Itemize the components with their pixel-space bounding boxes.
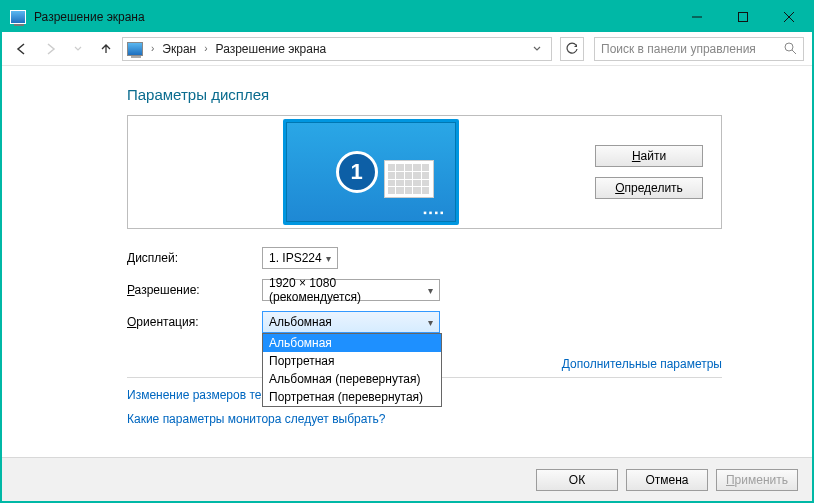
find-button[interactable]: Найти [595,145,703,167]
apply-button[interactable]: Применить [716,469,798,491]
monitor-thumbnail[interactable]: 1 ▪▪▪▪ [283,119,459,225]
maximize-button[interactable] [720,2,766,32]
refresh-icon [566,42,579,55]
chevron-down-icon: ▾ [326,253,331,264]
page-title: Параметры дисплея [127,86,722,103]
orientation-option-portrait[interactable]: Портретная [263,352,441,370]
orientation-label: Ориентация: [127,315,262,329]
app-icon [10,10,26,24]
orientation-option-landscape-flipped[interactable]: Альбомная (перевернутая) [263,370,441,388]
monitor-icon [127,42,143,56]
up-button[interactable] [94,37,118,61]
resolution-row: Разрешение: 1920 × 1080 (рекомендуется) … [127,279,722,301]
maximize-icon [738,12,748,22]
back-button[interactable] [10,37,34,61]
orientation-value: Альбомная [269,315,332,329]
breadcrumb-item-screen[interactable]: Экран [158,42,200,56]
orientation-combo[interactable]: Альбомная ▾ Альбомная Портретная Альбомн… [262,311,440,333]
display-row: Дисплей: 1. IPS224 ▾ [127,247,722,269]
breadcrumb-arrow: › [149,43,156,54]
display-value: 1. IPS224 [269,251,322,265]
forward-button[interactable] [38,37,62,61]
display-combo[interactable]: 1. IPS224 ▾ [262,247,338,269]
window-title: Разрешение экрана [34,10,674,24]
breadcrumb[interactable]: › Экран › Разрешение экрана [122,37,552,61]
footer: ОК Отмена Применить [2,457,812,501]
close-button[interactable] [766,2,812,32]
orientation-option-portrait-flipped[interactable]: Портретная (перевернутая) [263,388,441,406]
chevron-down-icon [74,45,82,53]
ok-button[interactable]: ОК [536,469,618,491]
search-placeholder: Поиск в панели управления [601,42,784,56]
cancel-button[interactable]: Отмена [626,469,708,491]
display-label: Дисплей: [127,251,262,265]
resolution-label: Разрешение: [127,283,262,297]
arrow-left-icon [15,42,29,56]
monitor-number: 1 [336,151,378,193]
svg-line-5 [792,50,796,54]
breadcrumb-dropdown[interactable] [527,42,547,56]
close-icon [784,12,794,22]
orientation-row: Ориентация: Альбомная ▾ Альбомная Портре… [127,311,722,333]
search-input[interactable]: Поиск в панели управления [594,37,804,61]
minimize-icon [692,12,702,22]
window: Разрешение экрана › Экран › Разрешение [0,0,814,503]
chevron-down-icon: ▾ [428,317,433,328]
svg-rect-1 [739,13,748,22]
detect-button[interactable]: Определить [595,177,703,199]
screen-grid-icon [384,160,434,198]
breadcrumb-arrow: › [202,43,209,54]
chevron-down-icon: ▾ [428,285,433,296]
monitor-preview-box: 1 ▪▪▪▪ Найти Определить [127,115,722,229]
advanced-settings-link[interactable]: Дополнительные параметры [562,357,722,371]
arrow-up-icon [99,42,113,56]
arrow-right-icon [43,42,57,56]
search-icon [784,42,797,55]
navbar: › Экран › Разрешение экрана Поиск в пане… [2,32,812,66]
monitor-dots: ▪▪▪▪ [423,207,445,218]
content-area: Параметры дисплея 1 ▪▪▪▪ Найти Определит… [2,66,812,457]
which-monitor-link[interactable]: Какие параметры монитора следует выбрать… [127,412,386,426]
svg-point-4 [785,43,793,51]
breadcrumb-item-resolution[interactable]: Разрешение экрана [212,42,331,56]
resolution-combo[interactable]: 1920 × 1080 (рекомендуется) ▾ [262,279,440,301]
orientation-option-landscape[interactable]: Альбомная [263,334,441,352]
orientation-dropdown: Альбомная Портретная Альбомная (переверн… [262,333,442,407]
chevron-down-icon [533,45,541,53]
minimize-button[interactable] [674,2,720,32]
titlebar: Разрешение экрана [2,2,812,32]
resolution-value: 1920 × 1080 (рекомендуется) [269,276,428,304]
refresh-button[interactable] [560,37,584,61]
history-dropdown[interactable] [66,37,90,61]
